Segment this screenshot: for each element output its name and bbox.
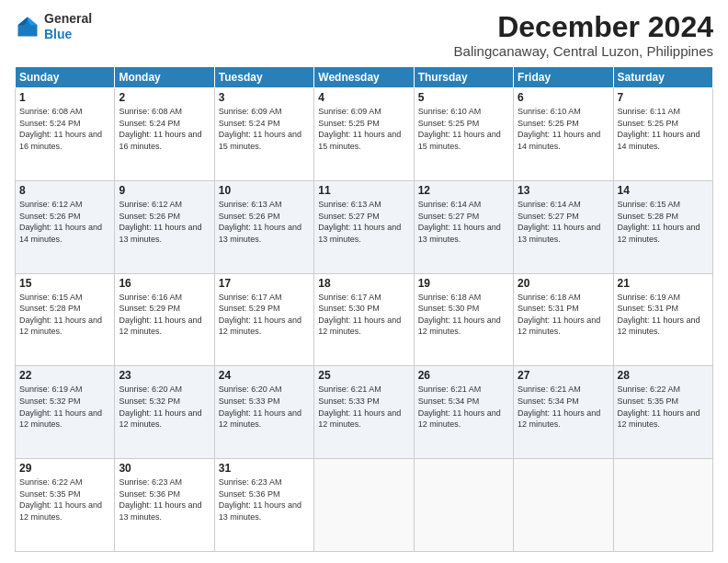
day-number: 2 [119, 91, 210, 104]
day-info: Sunrise: 6:13 AM Sunset: 5:27 PM Dayligh… [318, 199, 409, 245]
calendar-cell: 21Sunrise: 6:19 AM Sunset: 5:31 PM Dayli… [613, 273, 712, 366]
day-number: 10 [219, 184, 310, 197]
weekday-header-row: Sunday Monday Tuesday Wednesday Thursday… [16, 67, 713, 88]
day-info: Sunrise: 6:09 AM Sunset: 5:24 PM Dayligh… [219, 106, 310, 152]
day-info: Sunrise: 6:08 AM Sunset: 5:24 PM Dayligh… [119, 106, 210, 152]
calendar-cell [514, 459, 613, 552]
calendar-cell: 14Sunrise: 6:15 AM Sunset: 5:28 PM Dayli… [613, 180, 712, 273]
day-info: Sunrise: 6:18 AM Sunset: 5:31 PM Dayligh… [518, 292, 609, 338]
day-number: 12 [418, 184, 509, 197]
logo-general: General [44, 11, 92, 26]
day-number: 19 [418, 277, 509, 290]
calendar-cell: 1Sunrise: 6:08 AM Sunset: 5:24 PM Daylig… [16, 88, 115, 181]
calendar-cell [314, 459, 414, 552]
header: General Blue December 2024 Balingcanaway… [15, 11, 713, 59]
header-wednesday: Wednesday [314, 67, 414, 88]
day-number: 21 [618, 277, 709, 290]
day-number: 11 [318, 184, 409, 197]
day-info: Sunrise: 6:20 AM Sunset: 5:32 PM Dayligh… [119, 384, 210, 430]
day-number: 14 [618, 184, 709, 197]
day-number: 5 [418, 91, 509, 104]
day-info: Sunrise: 6:09 AM Sunset: 5:25 PM Dayligh… [318, 106, 409, 152]
day-info: Sunrise: 6:21 AM Sunset: 5:33 PM Dayligh… [318, 384, 409, 430]
calendar-cell: 19Sunrise: 6:18 AM Sunset: 5:30 PM Dayli… [414, 273, 513, 366]
calendar-cell: 18Sunrise: 6:17 AM Sunset: 5:30 PM Dayli… [314, 273, 414, 366]
day-number: 13 [518, 184, 609, 197]
day-number: 1 [19, 91, 110, 104]
header-tuesday: Tuesday [214, 67, 313, 88]
day-number: 26 [418, 369, 509, 382]
day-info: Sunrise: 6:08 AM Sunset: 5:24 PM Dayligh… [19, 106, 110, 152]
day-info: Sunrise: 6:17 AM Sunset: 5:30 PM Dayligh… [318, 292, 409, 338]
week-row-1: 1Sunrise: 6:08 AM Sunset: 5:24 PM Daylig… [16, 88, 713, 181]
day-number: 24 [219, 369, 310, 382]
header-sunday: Sunday [16, 67, 115, 88]
logo-text: General Blue [44, 11, 92, 42]
day-number: 3 [219, 91, 310, 104]
calendar-cell: 4Sunrise: 6:09 AM Sunset: 5:25 PM Daylig… [314, 88, 414, 181]
day-info: Sunrise: 6:20 AM Sunset: 5:33 PM Dayligh… [219, 384, 310, 430]
week-row-4: 22Sunrise: 6:19 AM Sunset: 5:32 PM Dayli… [16, 366, 713, 459]
day-info: Sunrise: 6:23 AM Sunset: 5:36 PM Dayligh… [119, 477, 210, 523]
day-number: 17 [219, 277, 310, 290]
calendar-cell: 12Sunrise: 6:14 AM Sunset: 5:27 PM Dayli… [414, 180, 513, 273]
day-info: Sunrise: 6:15 AM Sunset: 5:28 PM Dayligh… [618, 199, 709, 245]
day-info: Sunrise: 6:19 AM Sunset: 5:31 PM Dayligh… [618, 292, 709, 338]
day-number: 7 [618, 91, 709, 104]
day-info: Sunrise: 6:13 AM Sunset: 5:26 PM Dayligh… [219, 199, 310, 245]
logo-icon [15, 14, 40, 40]
week-row-2: 8Sunrise: 6:12 AM Sunset: 5:26 PM Daylig… [16, 180, 713, 273]
week-row-5: 29Sunrise: 6:22 AM Sunset: 5:35 PM Dayli… [16, 459, 713, 552]
logo-blue: Blue [44, 27, 72, 41]
calendar-cell: 5Sunrise: 6:10 AM Sunset: 5:25 PM Daylig… [414, 88, 513, 181]
calendar-cell: 31Sunrise: 6:23 AM Sunset: 5:36 PM Dayli… [214, 459, 313, 552]
calendar-cell: 20Sunrise: 6:18 AM Sunset: 5:31 PM Dayli… [514, 273, 613, 366]
day-info: Sunrise: 6:14 AM Sunset: 5:27 PM Dayligh… [518, 199, 609, 245]
calendar-cell: 13Sunrise: 6:14 AM Sunset: 5:27 PM Dayli… [514, 180, 613, 273]
day-info: Sunrise: 6:22 AM Sunset: 5:35 PM Dayligh… [19, 477, 110, 523]
calendar-cell [414, 459, 513, 552]
calendar-cell: 25Sunrise: 6:21 AM Sunset: 5:33 PM Dayli… [314, 366, 414, 459]
day-info: Sunrise: 6:17 AM Sunset: 5:29 PM Dayligh… [219, 292, 310, 338]
day-number: 20 [518, 277, 609, 290]
day-number: 8 [19, 184, 110, 197]
calendar-cell: 22Sunrise: 6:19 AM Sunset: 5:32 PM Dayli… [16, 366, 115, 459]
calendar-cell: 9Sunrise: 6:12 AM Sunset: 5:26 PM Daylig… [115, 180, 214, 273]
title-block: December 2024 Balingcanaway, Central Luz… [454, 11, 713, 59]
day-info: Sunrise: 6:18 AM Sunset: 5:30 PM Dayligh… [418, 292, 509, 338]
header-saturday: Saturday [613, 67, 712, 88]
day-info: Sunrise: 6:12 AM Sunset: 5:26 PM Dayligh… [119, 199, 210, 245]
calendar-cell: 15Sunrise: 6:15 AM Sunset: 5:28 PM Dayli… [16, 273, 115, 366]
calendar: Sunday Monday Tuesday Wednesday Thursday… [15, 66, 713, 552]
page: General Blue December 2024 Balingcanaway… [0, 0, 728, 563]
calendar-cell: 6Sunrise: 6:10 AM Sunset: 5:25 PM Daylig… [514, 88, 613, 181]
day-info: Sunrise: 6:16 AM Sunset: 5:29 PM Dayligh… [119, 292, 210, 338]
header-thursday: Thursday [414, 67, 513, 88]
calendar-cell: 30Sunrise: 6:23 AM Sunset: 5:36 PM Dayli… [115, 459, 214, 552]
calendar-cell: 2Sunrise: 6:08 AM Sunset: 5:24 PM Daylig… [115, 88, 214, 181]
day-info: Sunrise: 6:12 AM Sunset: 5:26 PM Dayligh… [19, 199, 110, 245]
day-number: 16 [119, 277, 210, 290]
day-number: 6 [518, 91, 609, 104]
calendar-cell: 3Sunrise: 6:09 AM Sunset: 5:24 PM Daylig… [214, 88, 313, 181]
calendar-cell: 7Sunrise: 6:11 AM Sunset: 5:25 PM Daylig… [613, 88, 712, 181]
day-info: Sunrise: 6:14 AM Sunset: 5:27 PM Dayligh… [418, 199, 509, 245]
calendar-cell: 16Sunrise: 6:16 AM Sunset: 5:29 PM Dayli… [115, 273, 214, 366]
day-info: Sunrise: 6:22 AM Sunset: 5:35 PM Dayligh… [618, 384, 709, 430]
week-row-3: 15Sunrise: 6:15 AM Sunset: 5:28 PM Dayli… [16, 273, 713, 366]
calendar-cell: 11Sunrise: 6:13 AM Sunset: 5:27 PM Dayli… [314, 180, 414, 273]
calendar-cell: 10Sunrise: 6:13 AM Sunset: 5:26 PM Dayli… [214, 180, 313, 273]
calendar-cell: 28Sunrise: 6:22 AM Sunset: 5:35 PM Dayli… [613, 366, 712, 459]
day-number: 15 [19, 277, 110, 290]
logo: General Blue [15, 11, 92, 42]
day-number: 23 [119, 369, 210, 382]
day-number: 25 [318, 369, 409, 382]
calendar-cell: 24Sunrise: 6:20 AM Sunset: 5:33 PM Dayli… [214, 366, 313, 459]
day-info: Sunrise: 6:10 AM Sunset: 5:25 PM Dayligh… [418, 106, 509, 152]
day-info: Sunrise: 6:21 AM Sunset: 5:34 PM Dayligh… [518, 384, 609, 430]
day-number: 22 [19, 369, 110, 382]
day-number: 18 [318, 277, 409, 290]
day-info: Sunrise: 6:23 AM Sunset: 5:36 PM Dayligh… [219, 477, 310, 523]
calendar-cell: 26Sunrise: 6:21 AM Sunset: 5:34 PM Dayli… [414, 366, 513, 459]
day-number: 30 [119, 462, 210, 475]
